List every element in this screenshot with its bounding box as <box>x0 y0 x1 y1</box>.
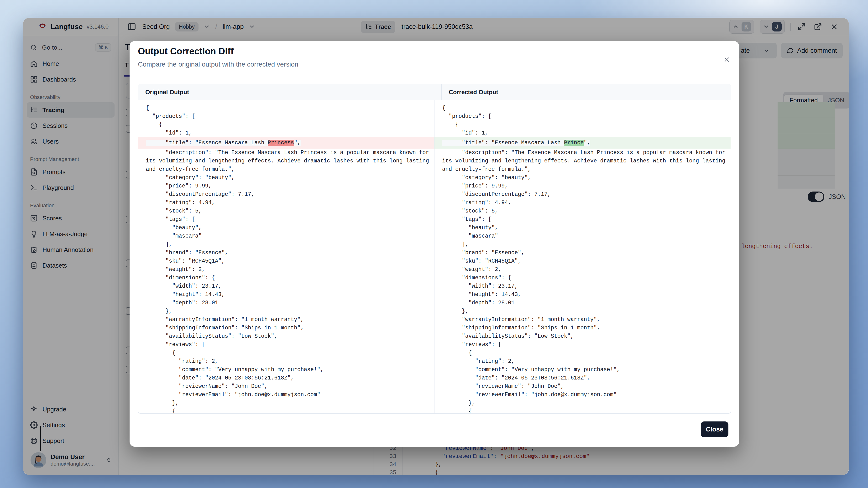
code-line: "category": "beauty", <box>138 174 434 182</box>
code-line: "width": 23.17, <box>138 282 434 291</box>
code-line: "rating": 2, <box>434 357 731 366</box>
code-line: "depth": 28.01 <box>138 299 434 307</box>
code-line: "weight": 2, <box>434 265 731 274</box>
code-line: { <box>434 121 731 129</box>
code-line: "price": 9.99, <box>138 182 434 190</box>
diff-unchanged-text: ", <box>294 140 301 146</box>
code-line: "dimensions": { <box>138 274 434 282</box>
code-line: "rating": 4.94, <box>434 199 731 207</box>
diff-unchanged-text: "title": "Essence Mascara Lash <box>442 140 564 146</box>
diff-body: { "products": [ { "id": 1, "title": "Ess… <box>138 100 731 413</box>
code-line: "reviewerName": "John Doe", <box>138 382 434 391</box>
diff-unchanged-text: ", <box>584 140 591 146</box>
app-window: Langfuse v3.146.0 Seed Org Hobby / llm-a… <box>23 18 849 475</box>
corrected-output-panel[interactable]: { "products": [ { "id": 1, "title": "Ess… <box>434 100 731 413</box>
diff-added-word: Prince <box>564 140 584 146</box>
code-line: "depth": 28.01 <box>434 299 731 307</box>
code-line: "brand": "Essence", <box>138 249 434 257</box>
code-line: "price": 9.99, <box>434 182 731 190</box>
code-line: "stock": 5, <box>434 207 731 216</box>
code-line: { <box>138 121 434 129</box>
code-line: "id": 1, <box>434 129 731 137</box>
code-line: "rating": 2, <box>138 357 434 366</box>
original-output-panel[interactable]: { "products": [ { "id": 1, "title": "Ess… <box>138 100 434 413</box>
code-line: "description": "The Essence Mascara Lash… <box>434 149 731 174</box>
code-line: "tags": [ <box>138 216 434 224</box>
modal-subtitle: Compare the original output with the cor… <box>138 61 298 68</box>
code-line: "id": 1, <box>138 129 434 137</box>
code-line: { <box>434 104 731 112</box>
diff-added-line: "title": "Essence Mascara Lash Prince", <box>434 137 731 149</box>
code-line: "mascara" <box>434 232 731 240</box>
code-line: "discountPercentage": 7.17, <box>138 190 434 199</box>
code-line: "date": "2024-05-23T08:56:21.618Z", <box>138 374 434 382</box>
code-line: "reviews": [ <box>138 340 434 349</box>
close-button[interactable]: Close <box>701 421 728 437</box>
code-line: "category": "beauty", <box>434 174 731 182</box>
code-line: "beauty", <box>434 224 731 232</box>
code-line: "sku": "RCH45Q1A", <box>138 257 434 265</box>
code-line: "brand": "Essence", <box>434 249 731 257</box>
diff-removed-word: Princess <box>268 140 294 146</box>
code-line: "reviews": [ <box>434 340 731 349</box>
code-line: }, <box>138 307 434 316</box>
code-line: { <box>138 104 434 112</box>
output-correction-diff-modal: Output Correction Diff Compare the origi… <box>129 41 739 447</box>
code-line: "beauty", <box>138 224 434 232</box>
diff-header-row: Original Output Corrected Output <box>138 84 731 100</box>
code-line: "height": 14.43, <box>138 291 434 299</box>
code-line: "comment": "Very unhappy with my purchas… <box>138 366 434 374</box>
code-line: "weight": 2, <box>138 265 434 274</box>
modal-close-icon[interactable] <box>721 54 732 65</box>
code-line: "tags": [ <box>434 216 731 224</box>
code-line: ], <box>138 240 434 249</box>
code-line: "mascara" <box>138 232 434 240</box>
code-line: "shippingInformation": "Ships in 1 month… <box>138 324 434 332</box>
code-line: "products": [ <box>138 112 434 121</box>
code-line: "availabilityStatus": "Low Stock", <box>434 332 731 340</box>
code-line: "sku": "RCH45Q1A", <box>434 257 731 265</box>
code-line: { <box>138 408 434 413</box>
code-line: "width": 23.17, <box>434 282 731 291</box>
code-line: }, <box>138 399 434 408</box>
original-output-header: Original Output <box>138 84 441 100</box>
code-line: "stock": 5, <box>138 207 434 216</box>
diff-removed-line: "title": "Essence Mascara Lash Princess"… <box>138 137 434 149</box>
code-line: { <box>434 349 731 357</box>
code-line: "height": 14.43, <box>434 291 731 299</box>
code-line: "reviewerEmail": "john.doe@x.dummyjson.c… <box>434 391 731 399</box>
diff-container: Original Output Corrected Output { "prod… <box>138 84 731 414</box>
code-line: "reviewerEmail": "john.doe@x.dummyjson.c… <box>138 391 434 399</box>
code-line: "description": "The Essence Mascara Lash… <box>138 149 434 174</box>
code-line: "reviewerName": "John Doe", <box>434 382 731 391</box>
corrected-output-header: Corrected Output <box>441 84 731 100</box>
modal-title: Output Correction Diff <box>138 46 234 57</box>
code-line: }, <box>434 307 731 316</box>
code-line: "dimensions": { <box>434 274 731 282</box>
code-line: "warrantyInformation": "1 month warranty… <box>434 316 731 324</box>
diff-unchanged-text: "title": "Essence Mascara Lash <box>146 140 268 146</box>
code-line: "comment": "Very unhappy with my purchas… <box>434 366 731 374</box>
code-line: "discountPercentage": 7.17, <box>434 190 731 199</box>
code-line: "availabilityStatus": "Low Stock", <box>138 332 434 340</box>
code-line: "products": [ <box>434 112 731 121</box>
code-line: { <box>434 408 731 413</box>
code-line: "shippingInformation": "Ships in 1 month… <box>434 324 731 332</box>
code-line: "rating": 4.94, <box>138 199 434 207</box>
code-line: "warrantyInformation": "1 month warranty… <box>138 316 434 324</box>
code-line: }, <box>434 399 731 408</box>
code-line: "date": "2024-05-23T08:56:21.618Z", <box>434 374 731 382</box>
code-line: { <box>138 349 434 357</box>
code-line: ], <box>434 240 731 249</box>
